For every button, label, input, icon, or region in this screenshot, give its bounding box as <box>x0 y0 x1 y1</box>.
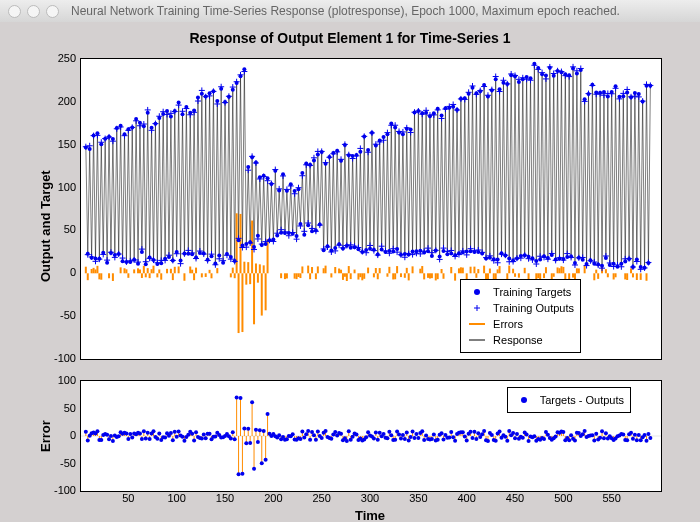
svg-line-205 <box>482 85 484 254</box>
svg-point-1174 <box>308 438 312 442</box>
svg-point-1243 <box>442 438 446 442</box>
svg-line-155 <box>386 134 388 252</box>
legend-top: Training Targets Training Outputs Errors… <box>460 279 581 353</box>
svg-line-35 <box>154 124 156 260</box>
legend-bottom: Targets - Outputs <box>507 387 631 413</box>
svg-point-1254 <box>463 434 467 438</box>
svg-point-1249 <box>453 439 457 443</box>
svg-line-146 <box>368 150 370 249</box>
svg-line-27 <box>138 123 140 264</box>
svg-line-25 <box>134 119 136 260</box>
svg-line-289 <box>645 86 647 268</box>
svg-point-1144 <box>250 400 254 404</box>
svg-line-134 <box>345 145 347 246</box>
svg-point-1148 <box>258 428 262 432</box>
svg-line-7 <box>99 144 101 259</box>
svg-line-197 <box>467 94 469 252</box>
svg-point-1324 <box>598 436 602 440</box>
svg-point-1320 <box>590 433 594 437</box>
svg-point-1151 <box>264 458 268 462</box>
svg-line-268 <box>604 92 606 258</box>
legend-item-outputs: Training Outputs <box>467 300 574 316</box>
close-icon[interactable] <box>8 5 21 18</box>
svg-point-1162 <box>285 437 289 441</box>
svg-point-1222 <box>401 433 405 437</box>
svg-line-60 <box>202 94 204 254</box>
svg-point-1088 <box>142 429 146 433</box>
svg-line-187 <box>447 108 449 255</box>
svg-line-156 <box>387 134 389 251</box>
svg-point-1089 <box>144 437 148 441</box>
svg-line-175 <box>424 113 426 253</box>
svg-line-108 <box>295 191 297 236</box>
svg-point-1208 <box>374 431 378 435</box>
svg-point-1233 <box>422 438 426 442</box>
svg-line-120 <box>318 154 320 224</box>
svg-line-242 <box>554 76 556 260</box>
svg-line-158 <box>391 123 393 251</box>
svg-point-1234 <box>424 433 428 437</box>
svg-line-258 <box>585 99 587 264</box>
svg-point-1349 <box>646 432 650 436</box>
svg-point-1260 <box>474 437 478 441</box>
svg-line-110 <box>299 189 301 224</box>
svg-point-1165 <box>291 432 295 436</box>
svg-line-203 <box>478 91 480 252</box>
svg-line-149 <box>374 145 376 249</box>
svg-line-227 <box>525 77 527 255</box>
svg-point-1193 <box>345 439 349 443</box>
svg-point-1218 <box>393 438 397 442</box>
legend-label: Targets - Outputs <box>540 394 624 406</box>
svg-point-1240 <box>436 438 440 442</box>
svg-point-1109 <box>182 439 186 443</box>
svg-line-166 <box>407 129 409 255</box>
svg-point-1326 <box>602 436 606 440</box>
svg-line-38 <box>159 118 161 263</box>
svg-line-280 <box>627 92 629 259</box>
svg-line-270 <box>608 97 610 265</box>
svg-point-1226 <box>409 435 413 439</box>
svg-point-1209 <box>376 438 380 442</box>
svg-point-1350 <box>648 436 652 440</box>
legend-item-diff: Targets - Outputs <box>514 392 624 408</box>
svg-line-131 <box>339 161 341 245</box>
svg-line-265 <box>598 93 600 265</box>
svg-line-162 <box>399 132 401 254</box>
svg-line-279 <box>625 92 627 261</box>
minimize-icon[interactable] <box>27 5 40 18</box>
svg-line-16 <box>117 128 119 254</box>
svg-line-154 <box>384 137 386 252</box>
svg-line-252 <box>573 69 575 263</box>
svg-line-46 <box>175 111 177 252</box>
svg-point-1268 <box>490 433 494 437</box>
svg-line-201 <box>474 93 476 252</box>
svg-line-215 <box>502 83 504 254</box>
svg-line-143 <box>362 137 364 252</box>
svg-line-132 <box>341 161 343 249</box>
svg-line-198 <box>469 94 471 251</box>
axes-response: Training Targets Training Outputs Errors… <box>80 58 662 360</box>
svg-line-144 <box>364 137 366 250</box>
svg-point-1103 <box>171 438 175 442</box>
svg-point-1198 <box>355 433 359 437</box>
svg-point-1259 <box>472 430 476 434</box>
svg-line-67 <box>215 101 217 263</box>
svg-line-210 <box>492 90 494 259</box>
legend-label: Response <box>493 334 543 346</box>
svg-point-1308 <box>567 438 571 442</box>
svg-line-222 <box>515 76 517 258</box>
svg-line-81 <box>242 69 244 245</box>
svg-line-55 <box>192 110 194 254</box>
svg-point-1272 <box>498 429 502 433</box>
svg-line-139 <box>355 155 357 247</box>
svg-point-1316 <box>583 429 587 433</box>
svg-point-1311 <box>573 439 577 443</box>
svg-line-87 <box>254 162 256 247</box>
svg-line-188 <box>449 108 451 254</box>
svg-line-61 <box>204 97 206 254</box>
svg-line-177 <box>428 116 430 251</box>
zoom-icon[interactable] <box>46 5 59 18</box>
svg-point-1086 <box>138 432 142 436</box>
svg-line-10 <box>105 139 107 263</box>
svg-line-31 <box>146 113 148 265</box>
